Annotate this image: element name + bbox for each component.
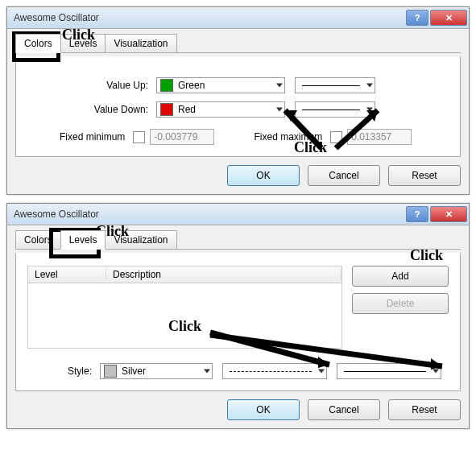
value-up-line-combo[interactable] xyxy=(295,77,375,93)
value-down-color-combo[interactable]: Red xyxy=(156,101,285,118)
value-down-color-text: Red xyxy=(178,104,196,115)
fixed-min-checkbox[interactable] xyxy=(133,131,145,143)
style-width-combo[interactable] xyxy=(337,363,441,379)
value-up-color-text: Green xyxy=(178,80,205,91)
close-button[interactable]: ✕ xyxy=(430,206,467,222)
tab-visualization[interactable]: Visualization xyxy=(105,34,176,52)
panel-colors: Value Up: Green Value Down: Red xyxy=(15,56,461,157)
chevron-down-icon xyxy=(276,84,283,88)
chevron-down-icon xyxy=(366,84,373,88)
panel-levels: Level Description Add Delete Style: Silv… xyxy=(15,253,461,391)
red-swatch xyxy=(160,103,173,116)
tab-levels[interactable]: Levels xyxy=(60,230,106,250)
tab-colors[interactable]: Colors xyxy=(15,230,61,249)
style-color-combo[interactable]: Silver xyxy=(100,363,213,379)
tab-visualization[interactable]: Visualization xyxy=(105,230,176,249)
tab-bar: Colors Levels Visualization xyxy=(15,34,461,53)
reset-button[interactable]: Reset xyxy=(388,399,461,420)
chevron-down-icon xyxy=(204,370,210,374)
cancel-button[interactable]: Cancel xyxy=(308,399,380,420)
chevron-down-icon xyxy=(433,370,439,374)
value-up-label: Value Up: xyxy=(27,80,156,91)
style-line-combo[interactable] xyxy=(222,363,327,379)
style-color-text: Silver xyxy=(122,366,146,377)
cancel-button[interactable]: Cancel xyxy=(308,165,380,186)
fixed-max-checkbox[interactable] xyxy=(330,131,342,143)
silver-swatch xyxy=(104,365,117,378)
style-label: Style: xyxy=(27,366,100,377)
close-button[interactable]: ✕ xyxy=(430,10,467,26)
dialog-colors: Awesome Oscillator ? ✕ Colors Levels Vis… xyxy=(6,6,470,195)
value-down-label: Value Down: xyxy=(27,104,156,115)
col-level: Level xyxy=(28,269,106,280)
dialog-body: Colors Levels Visualization Level Descri… xyxy=(7,225,469,428)
titlebar: Awesome Oscillator ? ✕ xyxy=(7,204,469,225)
titlebar: Awesome Oscillator ? ✕ xyxy=(7,7,469,29)
fixed-min-field[interactable] xyxy=(150,129,214,145)
window-title: Awesome Oscillator xyxy=(14,12,404,23)
delete-button[interactable]: Delete xyxy=(352,293,449,314)
ok-button[interactable]: OK xyxy=(227,165,300,186)
tab-levels[interactable]: Levels xyxy=(60,34,106,52)
table-header: Level Description xyxy=(28,266,341,283)
value-down-line-combo[interactable] xyxy=(295,101,375,118)
tab-bar: Colors Levels Visualization xyxy=(15,230,461,250)
reset-button[interactable]: Reset xyxy=(388,165,461,186)
col-description: Description xyxy=(106,269,341,280)
chevron-down-icon xyxy=(318,370,325,374)
line-solid-icon xyxy=(344,371,426,372)
line-solid-icon xyxy=(302,109,360,110)
add-button[interactable]: Add xyxy=(352,266,449,287)
help-button[interactable]: ? xyxy=(406,10,428,26)
fixed-max-label: Fixed maximum xyxy=(255,131,323,142)
value-up-color-combo[interactable]: Green xyxy=(156,77,285,93)
fixed-max-field[interactable] xyxy=(347,129,412,145)
chevron-down-icon xyxy=(366,108,373,112)
dialog-levels: Awesome Oscillator ? ✕ Colors Levels Vis… xyxy=(6,203,470,429)
line-dashed-icon xyxy=(230,371,312,372)
dialog-body: Colors Levels Visualization Value Up: Gr… xyxy=(7,29,469,194)
ok-button[interactable]: OK xyxy=(227,399,300,420)
tab-colors[interactable]: Colors xyxy=(15,34,61,53)
levels-table[interactable]: Level Description xyxy=(27,266,342,349)
help-button[interactable]: ? xyxy=(406,206,428,222)
chevron-down-icon xyxy=(276,108,283,112)
green-swatch xyxy=(160,79,173,92)
table-body[interactable] xyxy=(28,283,341,348)
window-title: Awesome Oscillator xyxy=(14,209,404,220)
fixed-min-label: Fixed minimum xyxy=(60,131,125,142)
line-solid-icon xyxy=(302,85,360,86)
